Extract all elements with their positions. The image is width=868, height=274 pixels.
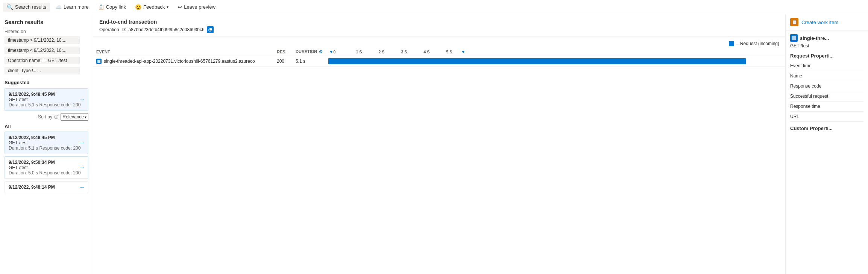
nav-copy-link[interactable]: 📋 Copy link bbox=[94, 3, 130, 12]
all-item-0-method: GET /test bbox=[9, 140, 84, 145]
duration-value: 5.1 s bbox=[296, 59, 305, 64]
nav-feedback[interactable]: 😊 Feedback ▾ bbox=[131, 3, 172, 12]
expand-right-panel-arrow[interactable]: » bbox=[785, 139, 786, 150]
transaction-title: End-to-end transaction bbox=[99, 19, 779, 25]
all-item-1-time: 9/12/2022, 9:50:34 PM bbox=[9, 160, 84, 165]
table-row[interactable]: single-threaded-api-app-20220731.victori… bbox=[93, 56, 785, 67]
suggested-item-0-time: 9/12/2022, 9:48:45 PM bbox=[9, 92, 84, 97]
operation-id-label: Operation ID: bbox=[99, 27, 126, 32]
transaction-header: End-to-end transaction Operation ID: a87… bbox=[93, 14, 785, 36]
chevron-down-icon: ▾ bbox=[167, 5, 168, 9]
axis-0: 0 bbox=[333, 50, 356, 54]
filtered-on-label: Filtered on bbox=[5, 29, 88, 34]
create-work-item-button[interactable]: Create work item bbox=[801, 20, 838, 25]
suggested-item-0-arrow: → bbox=[79, 96, 85, 103]
prop-name: Name bbox=[790, 71, 863, 81]
nav-leave-preview-label: Leave preview bbox=[184, 4, 215, 10]
filter-start-icon: ▼ bbox=[329, 50, 333, 54]
svg-rect-3 bbox=[792, 36, 796, 40]
col-header-event: EVENT bbox=[93, 48, 274, 56]
filter-tags: timestamp > 9/11/2022, 10:... timestamp … bbox=[5, 36, 88, 76]
operation-id-row: Operation ID: a87bbe23defb4fb09f958c2d08… bbox=[99, 26, 779, 33]
legend-label: = Request (incoming) bbox=[736, 41, 779, 46]
main-layout: Search results Filtered on timestamp > 9… bbox=[0, 14, 868, 274]
all-item-2-arrow: → bbox=[79, 184, 85, 191]
nav-learn-more[interactable]: ☁️ Learn more bbox=[52, 3, 92, 12]
all-item-1[interactable]: 9/12/2022, 9:50:34 PM GET /test Duration… bbox=[5, 156, 88, 179]
event-cell: single-threaded-api-app-20220731.victori… bbox=[93, 56, 274, 67]
legend-box bbox=[729, 41, 734, 46]
sort-selected-value: Relevance bbox=[62, 114, 84, 120]
prop-successful-request: Successful request bbox=[790, 91, 863, 101]
timeline-table: EVENT RES. DURATION ⊙ bbox=[93, 48, 785, 67]
svg-rect-1 bbox=[209, 28, 212, 30]
axis-5s: 5 S bbox=[446, 50, 461, 54]
duration-cell: 5.1 s bbox=[293, 56, 325, 67]
prop-response-code: Response code bbox=[790, 81, 863, 91]
timeline-bar bbox=[328, 58, 746, 64]
event-name: single-threaded-api-app-20220731.victori… bbox=[104, 59, 255, 64]
filter-tag-1[interactable]: timestamp < 9/12/2022, 10:... bbox=[5, 47, 80, 54]
all-item-0-time: 9/12/2022, 9:48:45 PM bbox=[9, 135, 84, 140]
timeline-legend: = Request (incoming) bbox=[93, 39, 785, 48]
collapse-left-panel-arrow[interactable]: « bbox=[93, 139, 93, 150]
right-panel: » 📋 Create work item single-thre... GET … bbox=[785, 14, 868, 274]
svg-rect-2 bbox=[97, 60, 100, 63]
right-panel-body: single-thre... GET /test Request Propert… bbox=[786, 30, 868, 137]
suggested-item-0-duration: Duration: 5.1 s Response code: 200 bbox=[9, 102, 84, 107]
filter-tag-2[interactable]: Operation name == GET /test bbox=[5, 57, 80, 64]
search-icon: 🔍 bbox=[7, 4, 13, 10]
nav-leave-preview[interactable]: ↩ Leave preview bbox=[174, 3, 219, 12]
sort-by-label: Sort by ⓘ bbox=[38, 114, 58, 120]
timeline-area: = Request (incoming) EVENT RES. DURATION… bbox=[93, 36, 785, 274]
left-panel: Search results Filtered on timestamp > 9… bbox=[0, 14, 93, 274]
suggested-item-0[interactable]: 9/12/2022, 9:48:45 PM GET /test Duration… bbox=[5, 88, 88, 111]
sort-chevron-icon: ▾ bbox=[85, 115, 86, 119]
right-panel-header: 📋 Create work item bbox=[786, 14, 868, 30]
sort-row: Sort by ⓘ Relevance ▾ bbox=[5, 113, 88, 121]
all-item-2[interactable]: 9/12/2022, 9:48:14 PM → bbox=[5, 181, 88, 193]
right-item-type-icon bbox=[790, 34, 798, 42]
filter-tag-3[interactable]: client_Type != ... bbox=[5, 67, 80, 74]
col-header-duration: DURATION ⊙ bbox=[293, 48, 325, 56]
all-item-1-duration: Duration: 5.0 s Response code: 200 bbox=[9, 170, 84, 176]
center-panel: End-to-end transaction Operation ID: a87… bbox=[93, 14, 785, 274]
nav-feedback-label: Feedback bbox=[143, 4, 165, 10]
copy-icon: 📋 bbox=[98, 4, 104, 10]
top-nav: 🔍 Search results ☁️ Learn more 📋 Copy li… bbox=[0, 0, 868, 14]
sort-select[interactable]: Relevance ▾ bbox=[61, 113, 88, 121]
copy-operation-id-button[interactable] bbox=[207, 26, 214, 33]
nav-search-results[interactable]: 🔍 Search results bbox=[3, 3, 50, 12]
bar-cell bbox=[325, 56, 785, 67]
res-value: 200 bbox=[277, 59, 284, 64]
operation-id-value: a87bbe23defb4fb09f958c2d08693bc6 bbox=[128, 27, 204, 32]
prop-response-time: Response time bbox=[790, 101, 863, 112]
right-item-subtitle: GET /test bbox=[790, 43, 863, 48]
all-item-2-time: 9/12/2022, 9:48:14 PM bbox=[9, 185, 84, 190]
left-panel-content: Search results Filtered on timestamp > 9… bbox=[0, 14, 93, 274]
col-header-chart: ▼ 0 1 S 2 S 3 S 4 S 5 S ▼ bbox=[325, 48, 785, 56]
panel-title: Search results bbox=[5, 19, 88, 25]
axis-2s: 2 S bbox=[378, 50, 401, 54]
feedback-icon: 😊 bbox=[135, 4, 141, 10]
info-icon: ⓘ bbox=[54, 115, 58, 119]
prop-url: URL bbox=[790, 112, 863, 122]
custom-properties-title: Custom Properti... bbox=[790, 126, 863, 131]
suggested-label: Suggested bbox=[5, 80, 88, 85]
timeline-bar-container bbox=[328, 58, 782, 64]
nav-copy-link-label: Copy link bbox=[106, 4, 126, 10]
all-item-0[interactable]: 9/12/2022, 9:48:45 PM GET /test Duration… bbox=[5, 132, 88, 154]
filter-tag-0[interactable]: timestamp > 9/11/2022, 10:... bbox=[5, 36, 80, 44]
request-properties-title: Request Properti... bbox=[790, 53, 863, 59]
all-label: All bbox=[5, 124, 88, 129]
col-header-res: RES. bbox=[274, 48, 293, 56]
suggested-item-0-method: GET /test bbox=[9, 97, 84, 102]
leave-preview-icon: ↩ bbox=[178, 4, 182, 10]
nav-learn-more-label: Learn more bbox=[64, 4, 88, 10]
duration-info-icon: ⊙ bbox=[319, 49, 322, 54]
nav-search-results-label: Search results bbox=[15, 4, 46, 10]
axis-4s: 4 S bbox=[423, 50, 446, 54]
right-item-title: single-thre... bbox=[800, 35, 829, 41]
prop-event-time: Event time bbox=[790, 61, 863, 71]
all-item-1-method: GET /test bbox=[9, 165, 84, 170]
